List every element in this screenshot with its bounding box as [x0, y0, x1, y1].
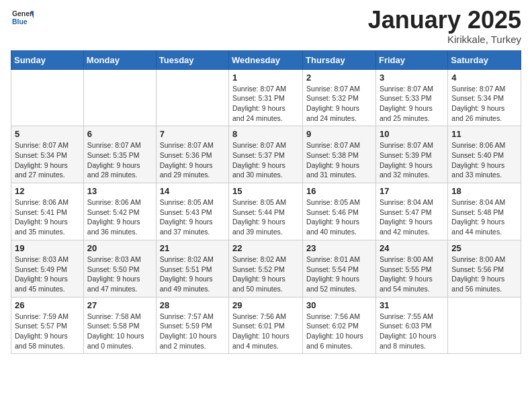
header-thursday: Thursday [303, 50, 376, 69]
day-cell-w2-d1: 5Sunrise: 8:07 AMSunset: 5:34 PMDaylight… [11, 126, 84, 183]
day-number: 26 [15, 300, 80, 310]
day-number: 16 [306, 186, 372, 196]
day-cell-w3-d1: 12Sunrise: 8:06 AMSunset: 5:41 PMDayligh… [11, 183, 84, 240]
day-cell-w1-d3 [156, 69, 228, 126]
day-cell-w1-d5: 2Sunrise: 8:07 AMSunset: 5:32 PMDaylight… [303, 69, 376, 126]
day-number: 2 [306, 73, 372, 83]
day-cell-w5-d4: 29Sunrise: 7:56 AMSunset: 6:01 PMDayligh… [229, 297, 303, 354]
svg-text:General: General [12, 10, 34, 17]
day-cell-w1-d7: 4Sunrise: 8:07 AMSunset: 5:34 PMDaylight… [448, 69, 521, 126]
day-cell-w1-d2 [83, 69, 156, 126]
day-info: Sunrise: 8:00 AMSunset: 5:56 PMDaylight:… [451, 255, 517, 294]
day-cell-w1-d1 [11, 69, 84, 126]
day-cell-w5-d6: 31Sunrise: 7:55 AMSunset: 6:03 PMDayligh… [375, 297, 447, 354]
day-info: Sunrise: 7:55 AMSunset: 6:03 PMDaylight:… [380, 312, 444, 351]
day-cell-w5-d1: 26Sunrise: 7:59 AMSunset: 5:57 PMDayligh… [11, 297, 84, 354]
day-number: 30 [306, 300, 372, 310]
header-monday: Monday [83, 50, 156, 69]
day-number: 10 [380, 129, 444, 139]
day-cell-w2-d5: 9Sunrise: 8:07 AMSunset: 5:38 PMDaylight… [303, 126, 376, 183]
day-info: Sunrise: 8:02 AMSunset: 5:51 PMDaylight:… [160, 255, 225, 294]
month-title: January 2025 [368, 7, 521, 34]
day-number: 14 [160, 186, 225, 196]
day-cell-w4-d4: 22Sunrise: 8:02 AMSunset: 5:52 PMDayligh… [229, 240, 303, 297]
title-block: January 2025 Kirikkale, Turkey [368, 7, 521, 45]
day-number: 9 [306, 129, 372, 139]
day-info: Sunrise: 8:07 AMSunset: 5:35 PMDaylight:… [87, 140, 152, 180]
week-row-2: 5Sunrise: 8:07 AMSunset: 5:34 PMDaylight… [11, 126, 521, 183]
day-cell-w2-d4: 8Sunrise: 8:07 AMSunset: 5:37 PMDaylight… [229, 126, 303, 183]
day-cell-w2-d3: 7Sunrise: 8:07 AMSunset: 5:36 PMDaylight… [156, 126, 228, 183]
day-number: 3 [380, 73, 444, 83]
weekday-header-row: Sunday Monday Tuesday Wednesday Thursday… [11, 50, 521, 69]
header-friday: Friday [375, 50, 447, 69]
day-info: Sunrise: 8:07 AMSunset: 5:36 PMDaylight:… [160, 140, 225, 180]
calendar-table: Sunday Monday Tuesday Wednesday Thursday… [11, 50, 521, 355]
day-cell-w4-d2: 20Sunrise: 8:03 AMSunset: 5:50 PMDayligh… [83, 240, 156, 297]
day-number: 19 [15, 243, 80, 253]
day-cell-w1-d4: 1Sunrise: 8:07 AMSunset: 5:31 PMDaylight… [229, 69, 303, 126]
day-number: 11 [451, 129, 517, 139]
day-info: Sunrise: 8:05 AMSunset: 5:44 PMDaylight:… [232, 197, 299, 237]
day-number: 6 [87, 129, 152, 139]
day-cell-w3-d7: 18Sunrise: 8:04 AMSunset: 5:48 PMDayligh… [448, 183, 521, 240]
svg-text:Blue: Blue [12, 18, 28, 26]
day-info: Sunrise: 7:56 AMSunset: 6:02 PMDaylight:… [306, 312, 372, 351]
header-wednesday: Wednesday [229, 50, 303, 69]
day-number: 23 [306, 243, 372, 253]
day-info: Sunrise: 8:00 AMSunset: 5:55 PMDaylight:… [380, 255, 444, 294]
day-number: 15 [232, 186, 299, 196]
day-info: Sunrise: 7:59 AMSunset: 5:57 PMDaylight:… [15, 312, 80, 351]
day-number: 4 [451, 73, 517, 83]
day-cell-w3-d4: 15Sunrise: 8:05 AMSunset: 5:44 PMDayligh… [229, 183, 303, 240]
day-number: 13 [87, 186, 152, 196]
day-cell-w2-d6: 10Sunrise: 8:07 AMSunset: 5:39 PMDayligh… [375, 126, 447, 183]
day-number: 24 [380, 243, 444, 253]
week-row-5: 26Sunrise: 7:59 AMSunset: 5:57 PMDayligh… [11, 297, 521, 354]
day-number: 7 [160, 129, 225, 139]
day-cell-w3-d3: 14Sunrise: 8:05 AMSunset: 5:43 PMDayligh… [156, 183, 228, 240]
day-info: Sunrise: 8:05 AMSunset: 5:46 PMDaylight:… [306, 197, 372, 237]
header: General Blue January 2025 Kirikkale, Tur… [11, 7, 521, 45]
day-number: 1 [232, 73, 299, 83]
day-info: Sunrise: 8:07 AMSunset: 5:39 PMDaylight:… [380, 140, 444, 180]
day-number: 12 [15, 186, 80, 196]
day-number: 22 [232, 243, 299, 253]
day-info: Sunrise: 8:07 AMSunset: 5:33 PMDaylight:… [380, 84, 444, 124]
week-row-4: 19Sunrise: 8:03 AMSunset: 5:49 PMDayligh… [11, 240, 521, 297]
day-number: 20 [87, 243, 152, 253]
day-info: Sunrise: 8:04 AMSunset: 5:48 PMDaylight:… [451, 197, 517, 237]
day-info: Sunrise: 8:03 AMSunset: 5:49 PMDaylight:… [15, 255, 80, 294]
day-cell-w4-d1: 19Sunrise: 8:03 AMSunset: 5:49 PMDayligh… [11, 240, 84, 297]
day-info: Sunrise: 8:07 AMSunset: 5:34 PMDaylight:… [451, 84, 517, 124]
day-info: Sunrise: 7:58 AMSunset: 5:58 PMDaylight:… [87, 312, 152, 351]
day-info: Sunrise: 8:06 AMSunset: 5:41 PMDaylight:… [15, 197, 80, 237]
day-info: Sunrise: 8:07 AMSunset: 5:38 PMDaylight:… [306, 140, 372, 180]
day-cell-w3-d2: 13Sunrise: 8:06 AMSunset: 5:42 PMDayligh… [83, 183, 156, 240]
day-cell-w2-d2: 6Sunrise: 8:07 AMSunset: 5:35 PMDaylight… [83, 126, 156, 183]
day-number: 25 [451, 243, 517, 253]
day-cell-w4-d5: 23Sunrise: 8:01 AMSunset: 5:54 PMDayligh… [303, 240, 376, 297]
day-cell-w5-d5: 30Sunrise: 7:56 AMSunset: 6:02 PMDayligh… [303, 297, 376, 354]
day-cell-w3-d6: 17Sunrise: 8:04 AMSunset: 5:47 PMDayligh… [375, 183, 447, 240]
day-number: 29 [232, 300, 299, 310]
day-number: 17 [380, 186, 444, 196]
day-info: Sunrise: 8:01 AMSunset: 5:54 PMDaylight:… [306, 255, 372, 294]
day-info: Sunrise: 8:03 AMSunset: 5:50 PMDaylight:… [87, 255, 152, 294]
day-info: Sunrise: 7:57 AMSunset: 5:59 PMDaylight:… [160, 312, 225, 351]
header-saturday: Saturday [448, 50, 521, 69]
location-subtitle: Kirikkale, Turkey [368, 34, 521, 45]
day-info: Sunrise: 7:56 AMSunset: 6:01 PMDaylight:… [232, 312, 299, 351]
day-info: Sunrise: 8:06 AMSunset: 5:42 PMDaylight:… [87, 197, 152, 237]
day-cell-w5-d2: 27Sunrise: 7:58 AMSunset: 5:58 PMDayligh… [83, 297, 156, 354]
day-number: 5 [15, 129, 80, 139]
calendar-page: General Blue January 2025 Kirikkale, Tur… [0, 0, 532, 365]
day-cell-w2-d7: 11Sunrise: 8:06 AMSunset: 5:40 PMDayligh… [448, 126, 521, 183]
day-cell-w5-d3: 28Sunrise: 7:57 AMSunset: 5:59 PMDayligh… [156, 297, 228, 354]
day-cell-w1-d6: 3Sunrise: 8:07 AMSunset: 5:33 PMDaylight… [375, 69, 447, 126]
week-row-3: 12Sunrise: 8:06 AMSunset: 5:41 PMDayligh… [11, 183, 521, 240]
day-info: Sunrise: 8:05 AMSunset: 5:43 PMDaylight:… [160, 197, 225, 237]
logo-icon: General Blue [12, 7, 34, 28]
week-row-1: 1Sunrise: 8:07 AMSunset: 5:31 PMDaylight… [11, 69, 521, 126]
day-number: 21 [160, 243, 225, 253]
